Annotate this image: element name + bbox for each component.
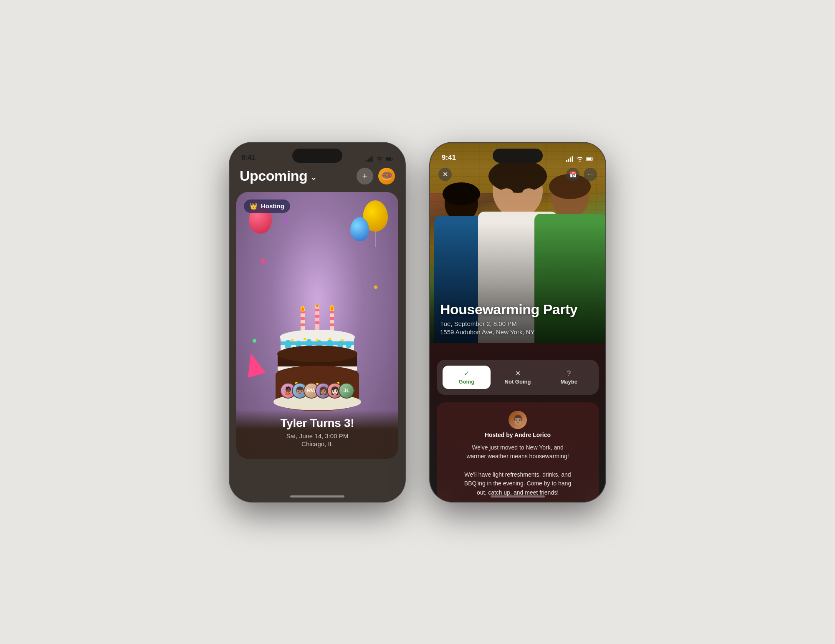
going-button[interactable]: ✓ Going xyxy=(443,366,491,389)
hosting-badge: 👑 Hosting xyxy=(244,200,290,213)
svg-point-41 xyxy=(277,346,357,362)
svg-rect-15 xyxy=(330,311,334,313)
svg-rect-2 xyxy=(369,157,371,162)
svg-rect-14 xyxy=(315,321,319,324)
header-actions: + 🍩 xyxy=(357,168,395,184)
party-date: Tue, September 2, 8:00 PM xyxy=(440,320,595,327)
svg-rect-3 xyxy=(372,156,373,162)
checkmark-icon: ✓ xyxy=(464,369,469,377)
dynamic-island-2 xyxy=(493,149,543,163)
svg-rect-16 xyxy=(330,317,334,320)
svg-point-37 xyxy=(316,339,319,341)
rsvp-section: ✓ Going ✕ Not Going ? Maybe xyxy=(437,360,599,395)
wifi-icon-2 xyxy=(576,156,584,162)
hosting-label: Hosting xyxy=(261,202,284,210)
close-icon: ✕ xyxy=(443,170,448,178)
svg-rect-64 xyxy=(572,156,573,162)
dynamic-island xyxy=(292,149,342,163)
balloon-blue xyxy=(350,217,369,241)
hosted-by-section: 👨🏽 Hosted by Andre Lorico xyxy=(445,411,590,438)
signal-icon-2 xyxy=(566,156,574,162)
phone-2: 9:41 xyxy=(430,143,605,502)
battery-icon-2 xyxy=(586,156,594,162)
event-date: Sat, June 14, 3:00 PM xyxy=(245,432,390,439)
user-avatar-button[interactable]: 🍩 xyxy=(378,168,395,184)
svg-point-38 xyxy=(329,338,331,340)
maybe-button[interactable]: ? Maybe xyxy=(545,366,593,389)
party-location: 1559 Audubon Ave, New York, NY xyxy=(440,328,595,336)
confetti-1 xyxy=(261,259,266,264)
confetti-3 xyxy=(374,285,377,289)
event-description: We've just moved to New York, and warmer… xyxy=(445,443,590,498)
crown-icon: 👑 xyxy=(250,202,258,210)
home-indicator-2 xyxy=(491,495,545,498)
home-indicator xyxy=(290,495,344,498)
wifi-icon xyxy=(376,156,383,162)
svg-rect-13 xyxy=(315,315,319,318)
host-avatar: 👨🏽 xyxy=(509,411,527,429)
svg-rect-0 xyxy=(366,160,367,162)
svg-rect-1 xyxy=(368,159,369,162)
close-button[interactable]: ✕ xyxy=(438,168,452,181)
svg-point-19 xyxy=(301,307,304,311)
svg-rect-10 xyxy=(301,317,305,320)
phone1-screen: 9:41 Upcoming xyxy=(230,143,405,502)
not-going-button[interactable]: ✕ Not Going xyxy=(494,366,542,389)
top-action-buttons: 📅 ··· xyxy=(566,168,597,181)
phone-1: 9:41 Upcoming xyxy=(230,143,405,502)
phone1-header: Upcoming ⌄ + 🍩 xyxy=(230,168,405,184)
more-icon: ··· xyxy=(587,172,593,177)
svg-point-35 xyxy=(291,339,294,341)
svg-point-23 xyxy=(331,306,333,311)
going-label: Going xyxy=(459,379,475,385)
calendar-action-button[interactable]: 📅 xyxy=(566,168,579,181)
guest-avatar-jl: JL xyxy=(339,383,354,399)
event-card[interactable]: 👑 Hosting 🙎🏿 👦🏽 RW 👩🏽 👩🏻 JL Tyler Turns … xyxy=(236,192,398,459)
phone2-screen: 9:41 xyxy=(430,143,605,502)
svg-rect-63 xyxy=(570,157,571,162)
svg-point-36 xyxy=(304,338,306,340)
upcoming-label: Upcoming xyxy=(240,168,307,184)
question-icon: ? xyxy=(567,370,571,377)
description-card: 👨🏽 Hosted by Andre Lorico We've just mov… xyxy=(437,402,599,502)
not-going-label: Not Going xyxy=(505,379,531,385)
battery-icon xyxy=(386,156,393,162)
add-event-button[interactable]: + xyxy=(357,168,373,184)
xmark-icon: ✕ xyxy=(515,369,521,377)
more-options-button[interactable]: ··· xyxy=(584,168,597,181)
party-title: Housewarming Party xyxy=(440,301,595,318)
status-icons xyxy=(366,156,393,162)
svg-rect-61 xyxy=(566,160,567,162)
balloon-string-gold xyxy=(375,230,376,247)
event-info: Tyler Turns 3! Sat, June 14, 3:00 PM Chi… xyxy=(236,410,398,459)
confetti-6 xyxy=(285,219,288,222)
svg-rect-62 xyxy=(568,159,569,162)
svg-rect-17 xyxy=(330,323,334,326)
svg-rect-66 xyxy=(587,158,592,160)
chevron-down-icon: ⌄ xyxy=(310,172,317,182)
status-time: 9:41 xyxy=(241,154,256,162)
host-avatar-image: 👨🏽 xyxy=(512,414,524,425)
calendar-icon: 📅 xyxy=(569,171,577,178)
guest-avatars: 🙎🏿 👦🏽 RW 👩🏽 👩🏻 JL xyxy=(280,383,354,399)
svg-point-34 xyxy=(346,341,352,349)
signal-icon xyxy=(366,156,373,162)
upcoming-title-group[interactable]: Upcoming ⌄ xyxy=(240,168,317,184)
svg-rect-12 xyxy=(315,309,319,311)
event-card-image: 👑 Hosting 🙎🏿 👦🏽 RW 👩🏽 👩🏻 JL Tyler Turns … xyxy=(236,192,398,459)
balloon-string-red xyxy=(247,232,247,248)
svg-rect-5 xyxy=(386,158,391,160)
party-event-info: Housewarming Party Tue, September 2, 8:0… xyxy=(430,301,605,336)
svg-point-39 xyxy=(341,339,344,341)
maybe-label: Maybe xyxy=(560,379,577,385)
svg-rect-11 xyxy=(301,323,305,326)
status-time-2: 9:41 xyxy=(442,154,456,162)
confetti-4 xyxy=(253,339,256,343)
status-icons-2 xyxy=(566,156,594,162)
event-title: Tyler Turns 3! xyxy=(245,417,390,430)
event-location: Chicago, IL xyxy=(245,440,390,447)
hosted-by-text: Hosted by Andre Lorico xyxy=(485,432,551,438)
